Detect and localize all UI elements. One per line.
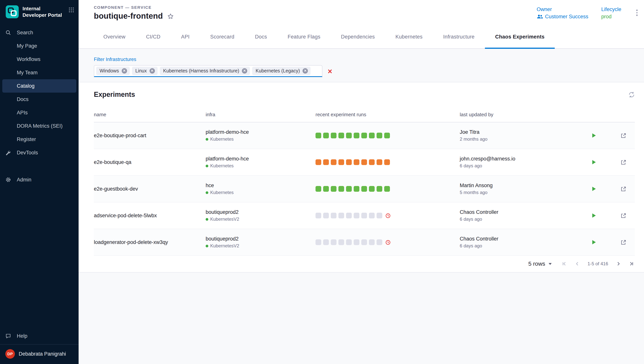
sidebar-item-devtools[interactable]: DevTools <box>2 146 76 159</box>
avatar: DP <box>5 349 15 359</box>
clear-filter-icon[interactable]: × <box>328 67 332 75</box>
open-in-new-icon[interactable] <box>620 212 626 218</box>
sidebar-item-my-team[interactable]: My Team <box>2 66 76 79</box>
chevron-down-icon <box>549 263 552 265</box>
first-page-button[interactable] <box>562 261 567 266</box>
remove-chip-icon[interactable]: × <box>242 68 247 74</box>
run-status-square <box>377 213 382 218</box>
table-row[interactable]: e2e-boutique-qaplatform-demo-hceKubernet… <box>94 149 635 176</box>
experiment-infra: hceKubernetes <box>206 182 315 195</box>
experiment-actions <box>591 239 635 245</box>
run-experiment-button[interactable] <box>591 239 597 245</box>
open-in-new-icon[interactable] <box>620 132 626 138</box>
sidebar-item-register[interactable]: Register <box>2 133 76 146</box>
open-in-new-icon[interactable] <box>620 239 626 245</box>
experiment-runs <box>315 186 460 192</box>
run-status-square <box>346 239 352 245</box>
owner-label: Owner <box>537 6 588 12</box>
refresh-icon[interactable] <box>628 92 635 98</box>
column-header-name: name <box>94 112 206 118</box>
tab-api[interactable]: API <box>171 25 200 48</box>
run-status-square <box>346 159 352 165</box>
status-dot <box>206 191 208 194</box>
run-status-square <box>339 239 344 245</box>
table-row[interactable]: loadgenerator-pod-delete-xw3qyboutiquepr… <box>94 229 635 256</box>
table-row[interactable]: e2e-boutique-prod-cartplatform-demo-hceK… <box>94 122 635 149</box>
sidebar-header: Internal Developer Portal <box>0 0 79 26</box>
run-status-square <box>369 239 375 245</box>
column-header-runs: recent experiment runs <box>315 112 460 118</box>
experiment-name: e2e-guestbook-dev <box>94 186 206 192</box>
status-dot <box>206 138 208 140</box>
experiment-infra: boutiqueprod2KubernetesV2 <box>206 209 315 222</box>
remove-chip-icon[interactable]: × <box>122 68 127 74</box>
sidebar-item-my-page[interactable]: My Page <box>2 39 76 52</box>
table-row[interactable]: e2e-guestbook-devhceKubernetesMartin Ans… <box>94 176 635 202</box>
filter-chip-linux: Linux× <box>132 67 157 75</box>
run-status-square <box>354 213 359 218</box>
last-page-button[interactable] <box>629 261 634 266</box>
table-row[interactable]: adservice-pod-delete-5lwbxboutiqueprod2K… <box>94 202 635 229</box>
remove-chip-icon[interactable]: × <box>149 68 155 74</box>
rows-per-page-select[interactable]: 5 rows <box>528 260 552 267</box>
lifecycle-label: Lifecycle <box>601 6 621 12</box>
sidebar-item-catalog[interactable]: Catalog <box>2 79 76 92</box>
infrastructure-filter-input[interactable]: Windows×Linux×Kubernetes (Harness Infras… <box>94 65 323 77</box>
sidebar-item-apis[interactable]: APIs <box>2 106 76 119</box>
experiment-updated-by: Chaos Controller6 days ago <box>460 236 591 248</box>
tab-feature-flags[interactable]: Feature Flags <box>277 25 331 48</box>
run-status-square <box>323 213 329 218</box>
open-in-new-icon[interactable] <box>620 186 626 192</box>
experiment-name: loadgenerator-pod-delete-xw3qy <box>94 239 206 245</box>
tab-infrastructure[interactable]: Infrastructure <box>433 25 485 48</box>
stopped-run-icon <box>385 240 391 245</box>
run-status-square <box>323 186 329 192</box>
sidebar-item-dora-metrics-sei[interactable]: DORA Metrics (SEI) <box>2 119 76 133</box>
run-experiment-button[interactable] <box>591 159 597 165</box>
run-status-square <box>354 239 359 245</box>
column-header-infra: infra <box>206 112 315 118</box>
experiment-name: adservice-pod-delete-5lwbx <box>94 213 206 218</box>
user-profile[interactable]: DP Debabrata Panigrahi <box>0 347 79 361</box>
favorite-star-icon[interactable] <box>167 13 174 20</box>
run-experiment-button[interactable] <box>591 186 597 192</box>
status-dot <box>206 218 208 220</box>
tab-dependencies[interactable]: Dependencies <box>331 25 385 48</box>
lifecycle-block: Lifecycle prod <box>601 6 621 20</box>
filter-infrastructures-link[interactable]: Filter Infrastructures <box>94 57 136 62</box>
app-root: Internal Developer Portal SearchMy PageW… <box>0 0 644 364</box>
run-status-square <box>331 239 337 245</box>
status-dot <box>206 164 208 167</box>
tab-ci-cd[interactable]: CI/CD <box>136 25 171 48</box>
tab-chaos-experiments[interactable]: Chaos Experiments <box>485 25 555 48</box>
help-button[interactable]: Help <box>2 329 76 343</box>
experiment-updated-by: Martin Ansong5 months ago <box>460 182 591 195</box>
sidebar-item-workflows[interactable]: Workflows <box>2 52 76 66</box>
sidebar-item-docs[interactable]: Docs <box>2 92 76 106</box>
open-in-new-icon[interactable] <box>620 159 626 165</box>
header-left: COMPONENT — SERVICE boutique-frontend <box>94 5 174 25</box>
tab-docs[interactable]: Docs <box>245 25 277 48</box>
page-header: COMPONENT — SERVICE boutique-frontend Ow… <box>79 0 644 25</box>
sidebar-item-admin[interactable]: Admin <box>2 173 76 186</box>
apps-grid-icon[interactable] <box>69 5 74 12</box>
prev-page-button[interactable] <box>574 261 580 266</box>
run-status-square <box>377 159 382 165</box>
run-status-square <box>323 159 329 165</box>
main-content: COMPONENT — SERVICE boutique-frontend Ow… <box>79 0 644 364</box>
table-header: name infra recent experiment runs last u… <box>94 105 635 122</box>
remove-chip-icon[interactable]: × <box>302 68 308 74</box>
next-page-button[interactable] <box>616 261 621 266</box>
experiment-runs <box>315 213 460 218</box>
tab-overview[interactable]: Overview <box>93 25 136 48</box>
run-experiment-button[interactable] <box>591 133 597 138</box>
tab-scorecard[interactable]: Scorecard <box>200 25 245 48</box>
kebab-menu-icon[interactable] <box>634 10 639 16</box>
experiment-updated-by: Chaos Controller6 days ago <box>460 209 591 222</box>
owner-link[interactable]: Customer Success <box>537 14 588 20</box>
run-status-square <box>361 133 367 138</box>
run-status-square <box>384 133 390 138</box>
run-experiment-button[interactable] <box>591 213 597 218</box>
sidebar-item-search[interactable]: Search <box>2 26 76 39</box>
tab-kubernetes[interactable]: Kubernetes <box>385 25 433 48</box>
